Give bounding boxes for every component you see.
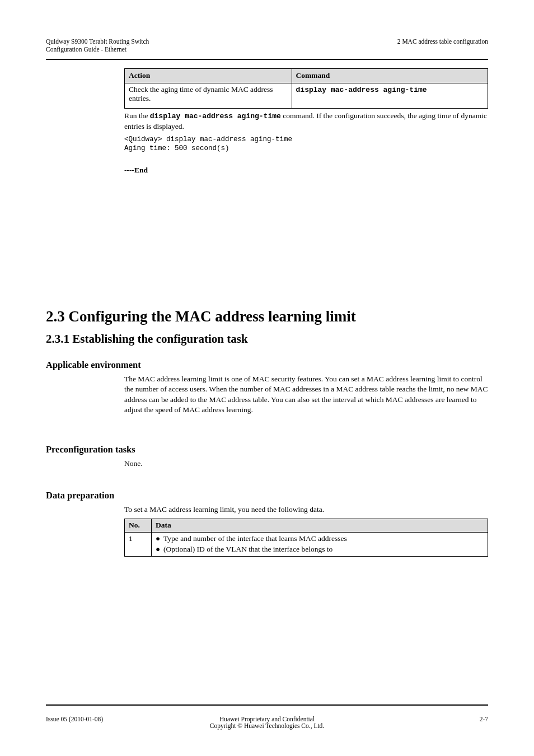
th-data: Data <box>152 519 488 532</box>
code-block: <Quidway> display mac-address aging-time… <box>124 135 488 153</box>
command-inline: display mac-address aging-time <box>150 112 281 120</box>
th-command: Command <box>292 69 488 83</box>
spacer <box>46 415 488 431</box>
subsection-heading: 2.3.1 Establishing the configuration tas… <box>46 332 488 346</box>
subheading-data: Data preparation <box>46 490 488 501</box>
footer-center-block: Huawei Proprietary and Confidential Copy… <box>46 716 488 729</box>
content: Action Command Check the aging time of d… <box>46 68 488 694</box>
cell-no: 1 <box>125 532 152 556</box>
cell-data: ● Type and number of the interface that … <box>152 532 488 556</box>
header-left-line1: Quidway S9300 Terabit Routing Switch <box>46 38 149 45</box>
list-text: (Optional) ID of the VLAN that the inter… <box>163 545 332 553</box>
cell-command: display mac-address aging-time <box>292 83 488 109</box>
table-row: 1 ● Type and number of the interface tha… <box>125 532 488 556</box>
page-footer: Issue 05 (2010-01-08) Huawei Proprietary… <box>46 716 488 722</box>
list-item: ● (Optional) ID of the VLAN that the int… <box>156 545 484 554</box>
th-action: Action <box>125 69 292 83</box>
page: Quidway S9300 Terabit Routing Switch Con… <box>0 0 534 756</box>
th-no: No. <box>125 519 152 532</box>
header-right: 2 MAC address table configuration <box>397 38 488 46</box>
subheading-environment: Applicable environment <box>46 360 488 371</box>
spacer <box>46 175 488 287</box>
cell-action: Check the aging time of dynamic MAC addr… <box>125 83 292 109</box>
header-left-line2: Configuration Guide - Ethernet <box>46 46 127 53</box>
footer-right: 2-7 <box>480 716 488 722</box>
paragraph-preconfig: None. <box>124 459 488 469</box>
bullet-icon: ● <box>156 545 160 554</box>
action-command-table: Action Command Check the aging time of d… <box>124 68 488 109</box>
header-rule <box>46 59 488 60</box>
table-header-row: No. Data <box>125 519 488 532</box>
footer-center-line1: Huawei Proprietary and Confidential <box>219 716 315 722</box>
page-header: Quidway S9300 Terabit Routing Switch Con… <box>46 38 488 54</box>
section-heading: 2.3 Configuring the MAC address learning… <box>46 307 488 326</box>
code-line: Aging time: 500 second(s) <box>124 144 229 152</box>
table-row: Check the aging time of dynamic MAC addr… <box>125 83 488 109</box>
list-item: ● Type and number of the interface that … <box>156 534 484 543</box>
paragraph: Run the display mac-address aging-time c… <box>124 111 488 132</box>
subheading-preconfig: Preconfiguration tasks <box>46 444 488 455</box>
code-line: <Quidway> display mac-address aging-time <box>124 136 292 143</box>
command-text: display mac-address aging-time <box>296 86 427 94</box>
table-header-row: Action Command <box>125 69 488 83</box>
list-text: Type and number of the interface that le… <box>163 534 347 543</box>
footer-rule <box>46 704 488 706</box>
spacer <box>46 469 488 477</box>
end-marker: ----End <box>124 165 488 175</box>
paragraph-data: To set a MAC address learning limit, you… <box>124 505 488 515</box>
data-prep-table: No. Data 1 ● Type and number of the inte… <box>124 519 488 557</box>
paragraph-environment: The MAC address learning limit is one of… <box>124 374 488 415</box>
bullet-icon: ● <box>156 534 160 543</box>
para-lead: Run the <box>124 111 150 120</box>
footer-center-line2: Copyright © Huawei Technologies Co., Ltd… <box>210 722 324 729</box>
